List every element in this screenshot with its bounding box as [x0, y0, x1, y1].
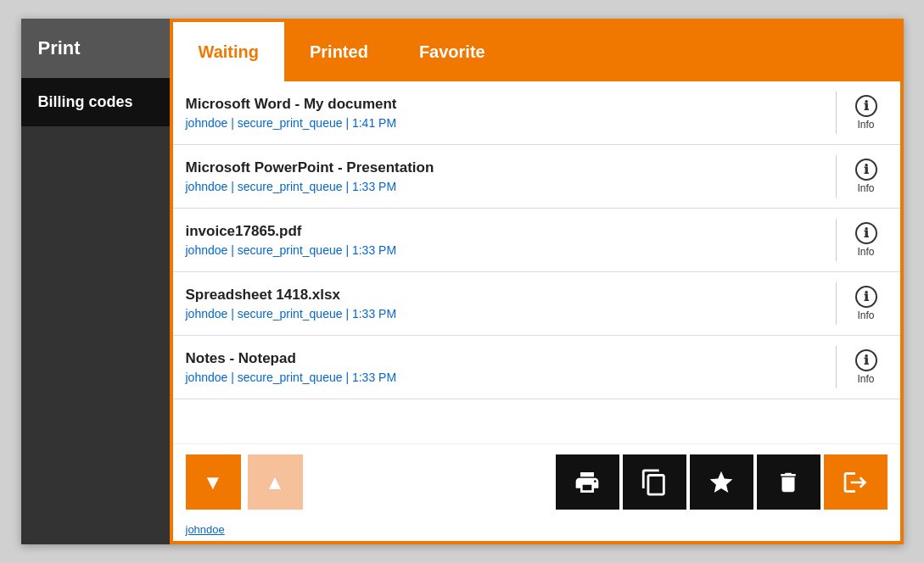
sidebar: Print Billing codes	[21, 19, 170, 544]
star-icon	[708, 469, 735, 496]
info-button[interactable]: ℹ Info	[845, 159, 888, 194]
list-item-meta: johndoe | secure_print_queue | 1:41 PM	[186, 116, 827, 130]
scroll-up-button[interactable]: ▲	[248, 454, 303, 510]
chevron-up-icon: ▲	[265, 471, 285, 494]
logout-icon	[842, 469, 869, 496]
info-label: Info	[857, 119, 874, 131]
app-container: Print Billing codes Waiting Printed Favo…	[21, 19, 904, 544]
list-item[interactable]: Notes - Notepad johndoe | secure_print_q…	[173, 336, 900, 399]
delete-button[interactable]	[757, 454, 820, 510]
action-buttons	[556, 454, 888, 510]
nav-buttons: ▼ ▲	[186, 454, 303, 510]
list-item-title: Notes - Notepad	[186, 350, 827, 367]
print-list: Microsoft Word - My document johndoe | s…	[173, 81, 900, 443]
info-button[interactable]: ℹ Info	[845, 95, 888, 131]
list-item-divider	[836, 219, 837, 261]
list-item-title: Microsoft Word - My document	[186, 96, 827, 113]
info-label: Info	[857, 309, 874, 321]
info-button[interactable]: ℹ Info	[845, 286, 888, 321]
sidebar-item-billing-codes[interactable]: Billing codes	[21, 78, 170, 126]
print-icon	[574, 469, 601, 496]
list-item-title: Microsoft PowerPoint - Presentation	[186, 159, 827, 176]
list-item-meta: johndoe | secure_print_queue | 1:33 PM	[186, 180, 827, 193]
info-icon: ℹ	[855, 222, 877, 244]
footer-username[interactable]: johndoe	[173, 520, 900, 541]
list-item-meta: johndoe | secure_print_queue | 1:33 PM	[186, 307, 827, 321]
tab-printed[interactable]: Printed	[284, 22, 394, 81]
list-item[interactable]: Microsoft PowerPoint - Presentation john…	[173, 145, 900, 209]
list-item[interactable]: Spreadsheet 1418.xlsx johndoe | secure_p…	[173, 272, 900, 336]
list-item[interactable]: Microsoft Word - My document johndoe | s…	[173, 81, 900, 145]
list-item-content: Microsoft Word - My document johndoe | s…	[186, 96, 827, 130]
info-label: Info	[857, 373, 874, 385]
chevron-down-icon: ▼	[203, 471, 223, 494]
list-item-content: Spreadsheet 1418.xlsx johndoe | secure_p…	[186, 287, 827, 321]
list-item-divider	[836, 282, 837, 325]
list-item-title: Spreadsheet 1418.xlsx	[186, 287, 827, 304]
logout-button[interactable]	[824, 454, 888, 510]
print-copy-icon	[640, 468, 669, 497]
tab-favorite[interactable]: Favorite	[394, 22, 511, 81]
info-button[interactable]: ℹ Info	[845, 349, 888, 385]
list-item-content: Microsoft PowerPoint - Presentation john…	[186, 159, 827, 193]
list-item[interactable]: invoice17865.pdf johndoe | secure_print_…	[173, 209, 900, 272]
list-item-divider	[836, 346, 837, 388]
info-button[interactable]: ℹ Info	[845, 222, 888, 258]
info-icon: ℹ	[855, 159, 877, 181]
tab-waiting[interactable]: Waiting	[173, 22, 284, 81]
list-item-divider	[836, 155, 837, 198]
favorite-button[interactable]	[690, 454, 753, 510]
info-label: Info	[857, 246, 874, 258]
print-button[interactable]	[556, 454, 619, 510]
info-icon: ℹ	[855, 95, 877, 117]
list-item-meta: johndoe | secure_print_queue | 1:33 PM	[186, 243, 827, 257]
tabs-bar: Waiting Printed Favorite	[173, 22, 900, 81]
list-item-meta: johndoe | secure_print_queue | 1:33 PM	[186, 371, 827, 384]
trash-icon	[776, 470, 801, 495]
scroll-down-button[interactable]: ▼	[186, 454, 241, 510]
list-item-divider	[836, 92, 837, 134]
info-icon: ℹ	[855, 286, 877, 308]
print-copy-button[interactable]	[623, 454, 686, 510]
list-item-content: Notes - Notepad johndoe | secure_print_q…	[186, 350, 827, 384]
info-label: Info	[857, 182, 874, 194]
bottom-bar: ▼ ▲	[173, 443, 900, 520]
info-icon: ℹ	[855, 349, 877, 371]
list-item-content: invoice17865.pdf johndoe | secure_print_…	[186, 223, 827, 257]
list-item-title: invoice17865.pdf	[186, 223, 827, 240]
main-panel: Waiting Printed Favorite Microsoft Word …	[170, 19, 904, 544]
sidebar-title: Print	[21, 19, 170, 78]
